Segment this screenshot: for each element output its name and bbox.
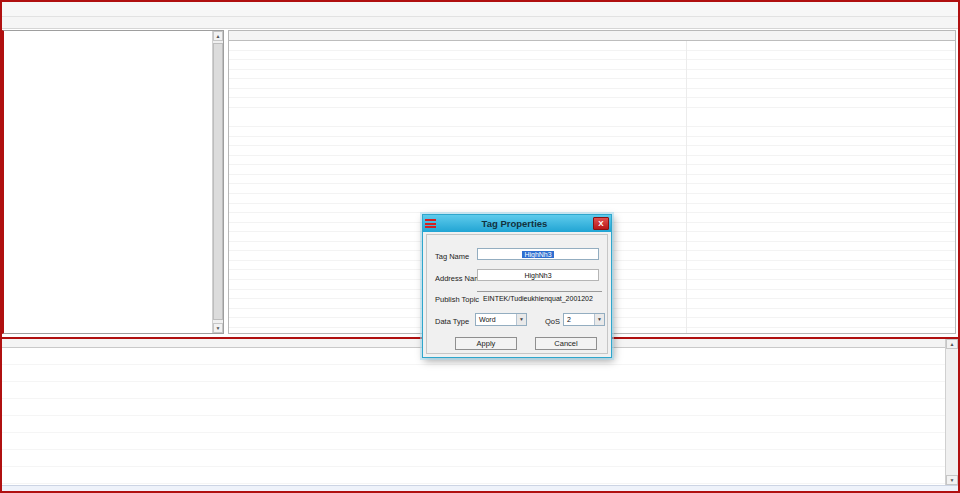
tag-table-header: [229, 31, 955, 41]
qos-value: 2: [567, 316, 571, 323]
log-horizontal-scrollbar[interactable]: [2, 485, 958, 491]
publish-topic-value[interactable]: EINTEK/Tudieukhienquat_2001202: [483, 295, 593, 302]
log-body: [2, 348, 945, 485]
tag-name-label: Tag Name: [435, 252, 469, 261]
toolbar: [2, 16, 958, 29]
data-type-value: Word: [479, 316, 496, 323]
dialog-body: Tag Name HighNh3 Address Name HighNh3 Pu…: [426, 234, 608, 354]
scroll-down-icon[interactable]: ▼: [946, 475, 958, 485]
close-icon[interactable]: X: [593, 217, 609, 230]
tree-scrollbar-thumb[interactable]: [213, 43, 223, 320]
data-type-select[interactable]: Word ▼: [475, 313, 527, 326]
dialog-menu-icon: [425, 219, 436, 229]
event-log-panel: ▲ ▼: [2, 337, 958, 491]
log-scrollbar[interactable]: ▲ ▼: [945, 339, 958, 485]
scroll-up-icon[interactable]: ▲: [213, 31, 223, 41]
publish-topic-label: Publish Topic: [435, 295, 479, 304]
chevron-down-icon[interactable]: ▼: [516, 314, 526, 325]
column-divider: [686, 41, 687, 333]
data-type-label: Data Type: [435, 317, 469, 326]
qos-select[interactable]: 2 ▼: [563, 313, 605, 326]
apply-button[interactable]: Apply: [455, 337, 517, 350]
dialog-title: Tag Properties: [436, 218, 593, 229]
address-name-input[interactable]: HighNh3: [477, 269, 599, 281]
tag-name-input[interactable]: HighNh3: [477, 248, 599, 260]
qos-label: QoS: [545, 317, 560, 326]
tree-scrollbar[interactable]: ▲ ▼: [212, 31, 223, 333]
gateway-tree-panel: ▲ ▼: [2, 30, 224, 334]
menu-bar: [2, 1, 958, 16]
dialog-title-bar[interactable]: Tag Properties X: [423, 215, 611, 232]
scroll-down-icon[interactable]: ▼: [213, 323, 223, 333]
gateway-tree: [4, 31, 212, 333]
scroll-up-icon[interactable]: ▲: [946, 339, 958, 349]
tag-properties-dialog: Tag Properties X Tag Name HighNh3 Addres…: [422, 214, 612, 358]
cancel-button[interactable]: Cancel: [535, 337, 597, 350]
selected-text: HighNh3: [522, 251, 553, 258]
chevron-down-icon[interactable]: ▼: [594, 314, 604, 325]
publish-topic-field-line: [477, 291, 602, 292]
